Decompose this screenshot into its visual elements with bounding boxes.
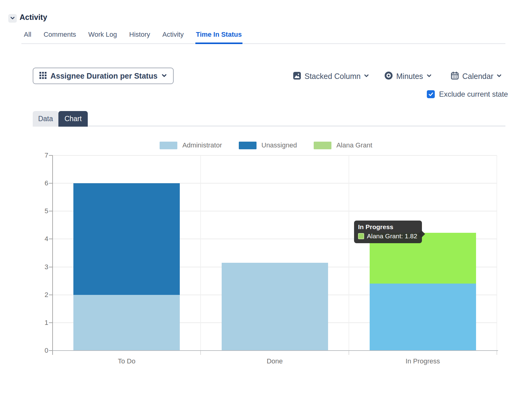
bar-segment-unassigned[interactable] (73, 183, 180, 295)
gridline (497, 155, 497, 351)
tooltip-series-value: Alana Grant: 1.82 (367, 232, 417, 240)
gridline (53, 155, 497, 156)
x-axis-label: In Progress (377, 357, 469, 365)
bar-segment-administrator[interactable] (222, 263, 328, 351)
x-axis-line (53, 350, 498, 351)
bar-segment-administrator[interactable] (73, 295, 180, 351)
bar-segment-administrator[interactable] (370, 284, 476, 351)
x-axis-tick (200, 351, 201, 355)
y-axis-label: 0 (34, 347, 48, 355)
gridline (200, 155, 201, 351)
y-axis-label: 4 (34, 235, 48, 243)
tooltip-title: In Progress (358, 223, 417, 231)
tooltip-series-swatch (358, 233, 364, 239)
x-axis-tick (497, 351, 497, 355)
y-axis-label: 6 (34, 179, 48, 187)
chart-tooltip: In Progress Alana Grant: 1.82 (354, 221, 422, 243)
stacked-column-chart: 01234567To DoDoneIn Progress (0, 0, 532, 394)
y-axis-label: 7 (34, 151, 48, 159)
x-axis-label: To Do (81, 357, 172, 365)
y-axis-label: 2 (34, 291, 48, 299)
time-in-status-panel: Activity All Comments Work Log History A… (0, 0, 532, 394)
y-axis-label: 3 (34, 263, 48, 271)
y-axis-label: 1 (34, 319, 48, 327)
x-axis-label: Done (229, 357, 321, 365)
gridline (349, 155, 349, 351)
y-axis-line (52, 155, 53, 355)
x-axis-tick (349, 351, 349, 355)
y-axis-label: 5 (34, 207, 48, 215)
